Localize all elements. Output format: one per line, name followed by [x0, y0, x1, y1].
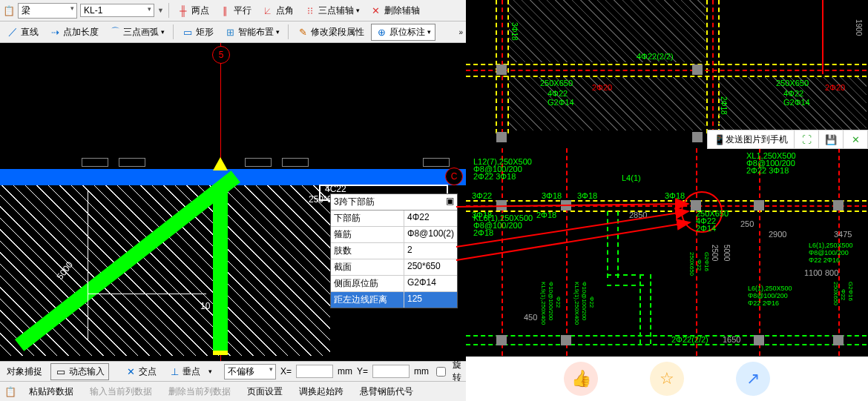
- smart-icon: ⊞: [224, 26, 236, 38]
- label: G2Φ16: [703, 252, 710, 271]
- page-setup-button[interactable]: 页面设置: [243, 384, 286, 400]
- edit-beam-button[interactable]: ✎修改梁段属性: [293, 24, 368, 40]
- prop-row[interactable]: 箍筋Φ8@100(2): [331, 227, 457, 243]
- beam-end-cap: [213, 351, 228, 355]
- label: 2Φ18: [720, 96, 728, 115]
- caret-icon[interactable]: ▾: [208, 368, 212, 375]
- star-button[interactable]: ☆: [650, 362, 684, 396]
- column-node: [496, 64, 507, 75]
- panel-expand-icon[interactable]: ▣: [446, 196, 454, 208]
- parallel-button[interactable]: ∥平行: [216, 3, 255, 19]
- close-button[interactable]: ✕: [843, 130, 867, 148]
- overflow-icon[interactable]: »: [458, 28, 463, 36]
- item-label: KL-1: [84, 5, 102, 16]
- y-input[interactable]: [372, 365, 410, 378]
- dim: 1650: [723, 335, 740, 344]
- like-button[interactable]: 👍: [564, 362, 598, 396]
- two-point-button[interactable]: ╫两点: [174, 3, 213, 19]
- category-dropdown[interactable]: 梁: [18, 3, 77, 19]
- reference-drawing[interactable]: 4Φ22(2/2) 250X650 2Φ20 4Φ22 G2Φ14 250X65…: [466, 0, 868, 357]
- inplace-label-button[interactable]: ⊕原位标注▾: [371, 24, 435, 41]
- delete-col-button[interactable]: 删除当前列数据: [165, 384, 234, 400]
- column-node: [754, 200, 764, 211]
- three-arc-button[interactable]: ⌒三点画弧▾: [105, 24, 168, 40]
- input-col-button[interactable]: 输入当前列数据: [86, 384, 156, 400]
- toolbar-1: 📋 梁 KL-1 ▼ ╫两点 ∥平行 ⟀点角 ⁝⁝三点辅轴▾ ✕删除辅轴: [0, 0, 466, 21]
- dim: 2850: [629, 211, 647, 219]
- paste-icon[interactable]: 📋: [4, 385, 16, 397]
- dim: 800: [825, 268, 838, 277]
- label: Φ22: [840, 289, 846, 300]
- point-angle-icon: ⟀: [262, 4, 274, 16]
- cantilever-code-button[interactable]: 悬臂钢筋代号: [356, 384, 417, 400]
- paste-icon[interactable]: 📋: [3, 4, 15, 16]
- prop-key: 距左边线距离: [331, 292, 404, 308]
- label: 4Φ22(2/2): [637, 52, 674, 61]
- prop-row[interactable]: 下部筋4Φ22: [331, 211, 457, 227]
- prop-row-selected[interactable]: 距左边线距离125: [331, 292, 457, 308]
- parallel-label: 平行: [234, 4, 251, 17]
- dynamic-input-button[interactable]: ▭动态输入: [50, 363, 109, 380]
- beam-line: [650, 274, 651, 344]
- x-unit: mm: [338, 366, 352, 377]
- paste-span-button[interactable]: 粘贴跨数据: [25, 384, 77, 400]
- send-image-button[interactable]: 📱发送图片到手机: [708, 130, 794, 148]
- axis-v-solid: [822, 0, 823, 74]
- label: L4(1): [622, 173, 641, 182]
- three-aux-icon: ⁝⁝: [304, 4, 316, 16]
- prop-row[interactable]: 肢数2: [331, 243, 457, 259]
- label: 4Φ22: [548, 89, 568, 98]
- status-bar: 对象捕捉 ▭动态输入 ✕交点 ⊥垂点 ▾ 不偏移 X=mm Y=mm 旋转 »: [0, 361, 466, 381]
- beam-line: [607, 211, 608, 278]
- smart-button[interactable]: ⊞智能布置▾: [220, 24, 283, 40]
- beam-line: [607, 274, 644, 276]
- hatch: [509, 0, 706, 62]
- offset-dropdown[interactable]: 不偏移: [224, 364, 276, 380]
- canvas[interactable]: 5 C 500: [0, 43, 466, 361]
- delete-aux-button[interactable]: ✕删除辅轴: [366, 3, 424, 19]
- three-aux-button[interactable]: ⁝⁝三点辅轴▾: [300, 3, 364, 19]
- save-button[interactable]: 💾: [818, 130, 843, 148]
- x-input[interactable]: [296, 365, 333, 378]
- label: Φ10@100/200: [548, 282, 554, 320]
- perp-point-button[interactable]: ⊥垂点: [165, 364, 204, 380]
- rotate-checkbox[interactable]: [436, 367, 446, 377]
- dyn-icon: ▭: [55, 365, 67, 377]
- point-length-button[interactable]: ⇢点加长度: [45, 24, 102, 40]
- label: G2Φ14: [548, 98, 574, 107]
- prop-row[interactable]: 截面250*650: [331, 259, 457, 276]
- fullscreen-button[interactable]: ⛶: [794, 130, 818, 148]
- label: Φ22: [588, 296, 595, 308]
- column-node: [496, 200, 507, 211]
- swap-start-button[interactable]: 调换起始跨: [295, 384, 347, 400]
- category-label: 梁: [22, 5, 30, 16]
- cross-point-button[interactable]: ✕交点: [121, 364, 160, 380]
- label: G2Φ14: [783, 98, 810, 107]
- hole-box: [282, 158, 309, 167]
- dropdown-caret-icon[interactable]: ▼: [157, 7, 164, 14]
- edit-icon: ✎: [297, 26, 309, 38]
- rect-button[interactable]: ▭矩形: [178, 24, 217, 40]
- beam-line: [607, 285, 644, 286]
- item-dropdown[interactable]: KL-1: [80, 4, 154, 17]
- close-icon: ✕: [849, 133, 861, 145]
- label: 4Φ22: [783, 89, 803, 98]
- label: 3Φ18: [542, 191, 562, 200]
- prop-key: 侧面原位筋: [331, 276, 404, 291]
- rect-label: 矩形: [196, 26, 214, 39]
- prop-val: G2Φ14: [404, 276, 457, 291]
- line-button[interactable]: ／直线: [3, 24, 42, 40]
- beam-line: [466, 344, 867, 345]
- x-label: X=: [280, 366, 292, 377]
- send-label: 发送图片到手机: [726, 133, 788, 146]
- line-label: 直线: [21, 26, 39, 39]
- beam-line: [466, 64, 867, 65]
- point-angle-button[interactable]: ⟀点角: [258, 3, 297, 19]
- prop-row[interactable]: 侧面原位筋G2Φ14: [331, 276, 457, 292]
- dim: 2500: [711, 245, 719, 261]
- rotate-label: 旋转: [453, 359, 461, 384]
- object-snap-button[interactable]: 对象捕捉: [3, 364, 46, 380]
- beam-line: [617, 211, 619, 278]
- share-button[interactable]: ↗: [736, 362, 770, 396]
- line-icon: ／: [7, 26, 19, 38]
